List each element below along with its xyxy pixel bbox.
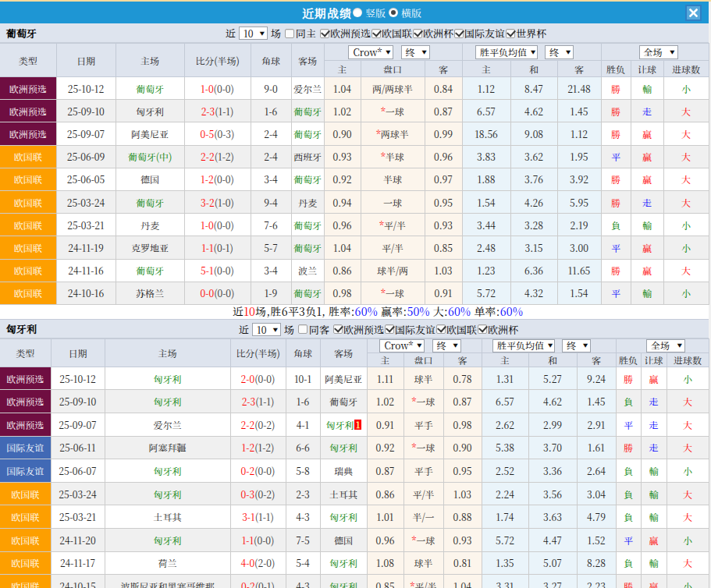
odds-home-cell: 1.04 (324, 236, 361, 259)
handicap-cell: *一球 (403, 390, 443, 413)
same-venue-checkbox[interactable] (298, 324, 308, 334)
match-count-select[interactable]: 10▼ (252, 323, 281, 336)
away-team-cell[interactable]: 葡萄牙 (291, 236, 324, 259)
away-team-cell[interactable]: 土耳其 (320, 482, 367, 505)
close-button[interactable] (685, 5, 702, 21)
avg-lose-cell: 5.95 (557, 190, 601, 213)
home-team-cell[interactable]: 爱尔兰 (105, 413, 230, 437)
away-team-cell[interactable]: 匈牙利 (320, 551, 367, 575)
final-avg-select[interactable]: 终▼ (562, 339, 591, 352)
home-team-cell[interactable]: 匈牙利 (116, 100, 184, 122)
score-cell: 5-1(0-0) (184, 259, 251, 282)
result-wdl-cell: 負 (616, 459, 641, 483)
home-team-cell[interactable]: 葡萄牙 (116, 259, 184, 282)
away-team-cell[interactable]: 匈牙利1 (320, 413, 367, 437)
match-scope-select[interactable]: 全场▼ (639, 45, 678, 59)
away-team-cell[interactable]: 匈牙利 (320, 505, 367, 529)
result-wdl-cell: 平 (601, 236, 631, 259)
col-header-odds-handicap: 盘口 (403, 352, 443, 367)
match-row: 国际友谊 25-06-11 阿塞拜疆 1-2(1-2) 6-6 匈牙利 0.92… (0, 436, 709, 459)
competition-cell: 欧洲预选 (0, 390, 51, 413)
avg-win-cell: 6.57 (462, 100, 510, 122)
home-team-cell[interactable]: 匈牙利 (105, 459, 230, 483)
home-team-cell[interactable]: 苏格兰 (116, 282, 184, 304)
home-team-cell[interactable]: 荷兰 (105, 551, 230, 575)
match-scope-select[interactable]: 全场▼ (646, 339, 685, 352)
home-team-cell[interactable]: 葡萄牙(中) (116, 145, 184, 168)
team-name: 葡萄牙 (293, 104, 322, 118)
competition-checkbox[interactable] (413, 29, 422, 38)
horizontal-layout-radio[interactable] (389, 8, 398, 17)
score-cell: 2-0(0-0) (230, 367, 286, 390)
away-team-cell[interactable]: 葡萄牙 (320, 390, 367, 413)
competition-checkbox[interactable] (478, 324, 487, 334)
competition-checkbox[interactable] (506, 29, 515, 38)
vertical-layout-radio[interactable] (353, 8, 362, 17)
bookmaker-select[interactable]: Crow*▼ (348, 45, 393, 59)
away-team-cell[interactable]: 葡萄牙 (291, 282, 324, 304)
date-cell: 25-10-12 (56, 77, 116, 100)
date-cell: 24-11-16 (56, 259, 116, 282)
match-row: 欧国联 25-03-24 匈牙利 0-3(0-2) 2-3 土耳其 0.86 平… (0, 482, 709, 505)
bookmaker-select[interactable]: Crow*▼ (379, 339, 425, 352)
match-count-select[interactable]: 10▼ (239, 27, 268, 40)
col-header-avg-home: 主 (482, 352, 528, 367)
competition-checkbox[interactable] (333, 324, 343, 334)
corner-cell: 2-4 (251, 145, 291, 168)
away-team-cell[interactable]: 葡萄牙 (291, 122, 324, 145)
wdl-average-select[interactable]: 胜平负均值▼ (475, 45, 538, 59)
full-time-score: 2-3 (201, 104, 215, 118)
odds-home-cell: 0.94 (324, 190, 361, 213)
team-name: 葡萄牙 (293, 127, 322, 140)
avg-group-header: 胜平负均值▼ 终▼ (482, 338, 616, 352)
away-team-cell[interactable]: 瑞典 (320, 459, 367, 483)
final-odds-select[interactable]: 终▼ (432, 339, 461, 352)
away-team-cell[interactable]: 西班牙 (291, 145, 324, 168)
result-goals-cell: 大 (663, 122, 709, 145)
competition-checkbox[interactable] (436, 324, 446, 334)
away-team-cell[interactable]: 葡萄牙 (291, 214, 324, 236)
home-team-cell[interactable]: 匈牙利 (105, 367, 230, 390)
away-team-cell[interactable]: 丹麦 (291, 190, 324, 213)
competition-checkbox[interactable] (371, 29, 381, 38)
competition-checkbox[interactable] (320, 29, 329, 38)
home-team-cell[interactable]: 葡萄牙 (116, 77, 184, 100)
away-team-cell[interactable]: 葡萄牙 (291, 168, 324, 190)
wdl-average-select[interactable]: 胜平负均值▼ (492, 339, 555, 352)
home-team-cell[interactable]: 匈牙利 (105, 529, 230, 552)
summary-part: 场,胜6平3负1, 胜率: (255, 303, 354, 319)
home-team-cell[interactable]: 匈牙利 (105, 390, 230, 413)
home-team-cell[interactable]: 克罗地亚 (116, 236, 184, 259)
competition-cell: 欧国联 (0, 529, 51, 552)
home-team-cell[interactable]: 葡萄牙 (116, 190, 184, 213)
competition-checkbox[interactable] (454, 29, 464, 38)
avg-lose-cell: 1.54 (557, 282, 601, 304)
home-team-cell[interactable]: 土耳其 (105, 505, 230, 529)
final-odds-select[interactable]: 终▼ (401, 45, 430, 59)
away-team-cell[interactable]: 阿美尼亚 (320, 367, 367, 390)
competition-checkbox[interactable] (385, 324, 394, 334)
away-team-cell[interactable]: 葡萄牙 (291, 100, 324, 122)
same-venue-checkbox[interactable] (285, 29, 294, 38)
result-goals-cell: 大 (663, 145, 709, 168)
corner-cell: 2-4 (251, 122, 291, 145)
away-team-cell[interactable]: 爱尔兰 (291, 77, 324, 100)
final-avg-select[interactable]: 终▼ (545, 45, 574, 59)
home-team-cell[interactable]: 德国 (116, 168, 184, 190)
away-team-cell[interactable]: 德国 (320, 529, 367, 552)
home-team-cell[interactable]: 丹麦 (116, 214, 184, 236)
result-wdl-cell: 勝 (601, 77, 631, 100)
corner-cell: 5-4 (286, 551, 320, 575)
odds-home-cell: 0.98 (324, 282, 361, 304)
result-handicap-cell: 贏 (631, 122, 663, 145)
away-team-cell[interactable]: 匈牙利 (320, 575, 367, 588)
home-team-cell[interactable]: 阿美尼亚 (116, 122, 184, 145)
away-team-cell[interactable]: 匈牙利 (320, 436, 367, 459)
away-team-cell[interactable]: 波兰 (291, 259, 324, 282)
odds-home-cell: 0.92 (367, 436, 403, 459)
handicap-cell: *平/半 (403, 575, 443, 588)
corner-cell: 1-6 (286, 390, 320, 413)
home-team-cell[interactable]: 阿塞拜疆 (105, 436, 230, 459)
home-team-cell[interactable]: 匈牙利 (105, 482, 230, 505)
home-team-cell[interactable]: 波斯尼亚和黑塞哥维那 (105, 575, 230, 588)
